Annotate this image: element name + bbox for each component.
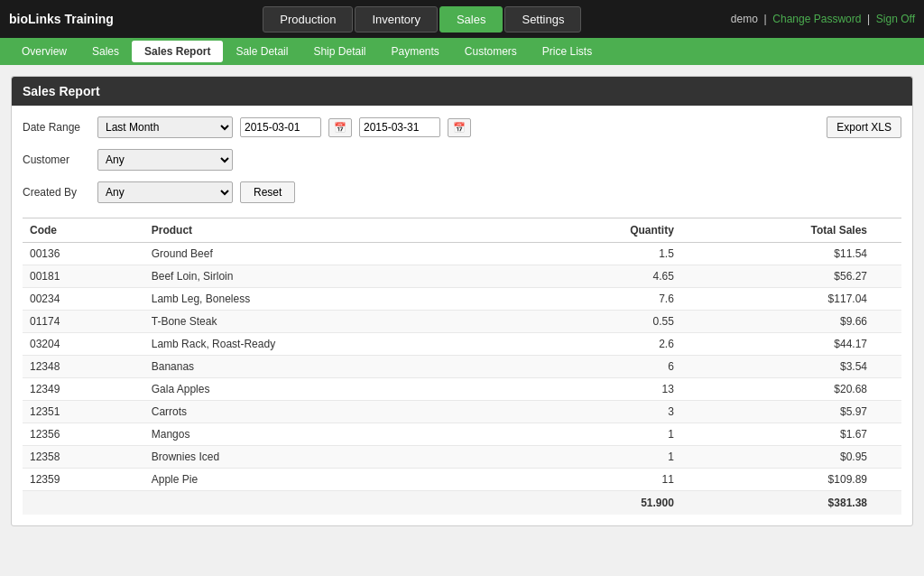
cell-quantity: 1 [522, 423, 680, 446]
top-nav-btn-production[interactable]: Production [263, 6, 353, 33]
sec-nav-overview[interactable]: Overview [9, 41, 79, 62]
footer-spacer [874, 491, 901, 516]
table-body: 00136Ground Beef1.5$11.5400181Beef Loin,… [23, 243, 901, 491]
cell-total-sales: $11.54 [681, 243, 874, 265]
cell-code: 00136 [23, 243, 144, 265]
date-from-cal-button[interactable]: 📅 [328, 118, 352, 137]
cell-total-sales: $56.27 [681, 265, 874, 288]
user-actions: demo | Change Password | Sign Off [731, 13, 915, 25]
date-from-input[interactable] [240, 117, 321, 137]
cell-code: 00181 [23, 265, 144, 288]
top-nav-buttons: ProductionInventorySalesSettings [263, 6, 581, 33]
sec-nav-price-lists[interactable]: Price Lists [530, 41, 605, 62]
cell-quantity: 13 [522, 378, 680, 401]
sec-nav-payments[interactable]: Payments [378, 41, 451, 62]
export-button[interactable]: Export XLS [827, 116, 901, 138]
filter-area: Date Range Last Month This Month Custom … [23, 116, 901, 210]
customer-select[interactable]: Any [97, 149, 233, 171]
table-row: 12358Brownies Iced1$0.95 [23, 446, 901, 469]
cell-product: Carrots [144, 401, 522, 423]
sec-nav-sale-detail[interactable]: Sale Detail [223, 41, 300, 62]
cell-quantity: 2.6 [522, 333, 680, 356]
cell-spacer [874, 401, 901, 423]
cell-quantity: 4.65 [522, 265, 680, 288]
table-row: 12351Carrots3$5.97 [23, 401, 901, 423]
cell-quantity: 6 [522, 356, 680, 378]
cell-total-sales: $1.67 [681, 423, 874, 446]
main-content: Sales Report Date Range Last Month This … [0, 65, 924, 537]
cell-product: Brownies Iced [144, 446, 522, 469]
cell-spacer [874, 311, 901, 333]
col-header-spacer [874, 218, 901, 243]
col-header-product: Product [144, 218, 522, 243]
sec-nav-sales-report[interactable]: Sales Report [132, 41, 223, 62]
cell-quantity: 0.55 [522, 311, 680, 333]
top-bar: bioLinks Training ProductionInventorySal… [0, 0, 924, 38]
change-password-link[interactable]: Change Password [772, 13, 861, 25]
table-row: 12349Gala Apples13$20.68 [23, 378, 901, 401]
cell-product: Bananas [144, 356, 522, 378]
username: demo [731, 13, 758, 25]
footer-product [144, 491, 522, 516]
cell-product: Mangos [144, 423, 522, 446]
cell-spacer [874, 243, 901, 265]
cell-quantity: 1.5 [522, 243, 680, 265]
table-row: 00181Beef Loin, Sirloin4.65$56.27 [23, 265, 901, 288]
cell-quantity: 11 [522, 469, 680, 491]
table-row: 01174T-Bone Steak0.55$9.66 [23, 311, 901, 333]
created-by-label: Created By [23, 186, 90, 199]
cell-total-sales: $0.95 [681, 446, 874, 469]
col-header-total-sales: Total Sales [681, 218, 874, 243]
cell-spacer [874, 469, 901, 491]
date-range-select[interactable]: Last Month This Month Custom [97, 116, 233, 138]
table-row: 00234Lamb Leg, Boneless7.6$117.04 [23, 288, 901, 311]
app-title: bioLinks Training [9, 12, 114, 26]
sign-off-link[interactable]: Sign Off [876, 13, 915, 25]
cell-product: Apple Pie [144, 469, 522, 491]
table-row: 00136Ground Beef1.5$11.54 [23, 243, 901, 265]
cell-code: 01174 [23, 311, 144, 333]
cell-spacer [874, 333, 901, 356]
cell-quantity: 3 [522, 401, 680, 423]
date-range-row: Date Range Last Month This Month Custom … [23, 116, 471, 138]
cell-spacer [874, 446, 901, 469]
table-footer-row: 51.900 $381.38 [23, 491, 901, 516]
cell-total-sales: $117.04 [681, 288, 874, 311]
created-by-select[interactable]: Any [97, 181, 233, 203]
date-range-label: Date Range [23, 121, 90, 134]
cell-total-sales: $5.97 [681, 401, 874, 423]
col-header-code: Code [23, 218, 144, 243]
date-to-cal-button[interactable]: 📅 [448, 118, 471, 137]
sec-nav-ship-detail[interactable]: Ship Detail [300, 41, 378, 62]
cell-product: Lamb Leg, Boneless [144, 288, 522, 311]
footer-quantity: 51.900 [522, 491, 680, 516]
table-row: 03204Lamb Rack, Roast-Ready2.6$44.17 [23, 333, 901, 356]
reset-button[interactable]: Reset [240, 181, 295, 203]
cell-code: 12358 [23, 446, 144, 469]
cell-spacer [874, 378, 901, 401]
cell-quantity: 1 [522, 446, 680, 469]
cell-code: 03204 [23, 333, 144, 356]
top-nav-btn-sales[interactable]: Sales [439, 6, 504, 33]
customer-row: Customer Any [23, 149, 471, 171]
sec-nav-sales[interactable]: Sales [79, 41, 132, 62]
created-by-row: Created By Any Reset [23, 181, 471, 203]
sec-nav-customers[interactable]: Customers [452, 41, 530, 62]
cell-code: 12348 [23, 356, 144, 378]
cell-product: Lamb Rack, Roast-Ready [144, 333, 522, 356]
cell-total-sales: $109.89 [681, 469, 874, 491]
top-nav-btn-settings[interactable]: Settings [504, 6, 581, 33]
table-row: 12356Mangos1$1.67 [23, 423, 901, 446]
table-header-row: Code Product Quantity Total Sales [23, 218, 901, 243]
cell-code: 00234 [23, 288, 144, 311]
cell-product: Gala Apples [144, 378, 522, 401]
footer-code [23, 491, 144, 516]
cell-total-sales: $9.66 [681, 311, 874, 333]
sales-report-panel: Sales Report Date Range Last Month This … [11, 76, 913, 526]
cell-code: 12351 [23, 401, 144, 423]
footer-total-sales: $381.38 [681, 491, 874, 516]
cell-spacer [874, 423, 901, 446]
table-row: 12359Apple Pie11$109.89 [23, 469, 901, 491]
top-nav-btn-inventory[interactable]: Inventory [355, 6, 437, 33]
date-to-input[interactable] [359, 117, 440, 137]
